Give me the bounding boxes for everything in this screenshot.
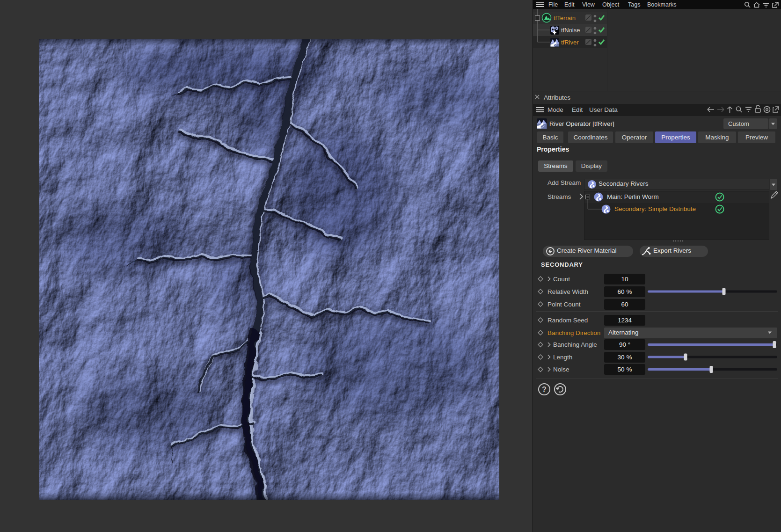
svg-text:?: ? (542, 386, 547, 394)
